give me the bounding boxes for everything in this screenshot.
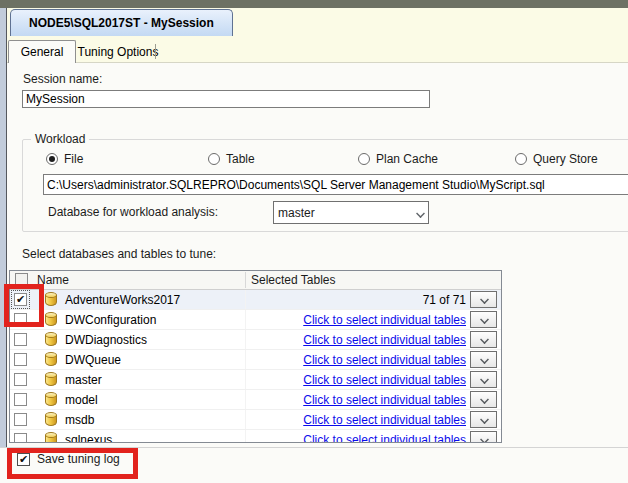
selected-tables-cell: Click to select individual tables [250,333,466,347]
workload-radio-plan-cache[interactable]: Plan Cache [358,152,438,166]
database-table-row[interactable]: AdventureWorks2017 71 of 71 [10,290,501,310]
database-analysis-combobox[interactable]: master [273,201,429,224]
chevron-down-icon [480,295,488,303]
database-table-row[interactable]: msdb Click to select individual tables [10,410,501,430]
database-row-checkbox[interactable] [14,433,27,442]
database-icon [45,292,58,307]
window-left-edge [0,8,7,447]
session-name-label: Session name: [23,72,102,86]
row-dropdown-button[interactable] [470,431,497,442]
page-tab-bar: General Tuning Options [7,36,628,63]
database-table-row[interactable]: DWConfiguration Click to select individu… [10,310,501,330]
database-name: AdventureWorks2017 [65,293,180,307]
chevron-down-icon [480,415,488,423]
database-table-body: AdventureWorks2017 71 of 71 DWConfigurat… [10,290,501,442]
row-dropdown-button[interactable] [470,371,497,388]
database-row-checkbox[interactable] [14,313,27,326]
database-row-checkbox[interactable] [14,413,27,426]
chevron-down-icon [480,355,488,363]
database-table-row[interactable]: sqlnexus Click to select individual tabl… [10,430,501,442]
workload-group-label: Workload [31,132,89,146]
row-dropdown-button[interactable] [470,391,497,408]
tab-tuning-options[interactable]: Tuning Options [77,40,159,63]
select-individual-tables-link[interactable]: Click to select individual tables [303,413,466,427]
database-icon [45,412,58,427]
database-row-checkbox[interactable] [14,333,27,346]
selected-tables-cell: Click to select individual tables [250,393,466,407]
database-row-checkbox[interactable] [14,373,27,386]
database-name: model [65,393,98,407]
window-top-edge [0,0,628,8]
save-tuning-log-checkbox[interactable] [17,453,30,466]
database-analysis-label: Database for workload analysis: [48,205,218,219]
radio-button-icon [46,153,58,165]
database-table: Name Selected Tables AdventureWorks2017 … [9,270,502,443]
chevron-down-icon [480,375,488,383]
column-header-name: Name [37,273,69,287]
select-all-checkbox[interactable] [15,273,28,286]
select-individual-tables-link[interactable]: Click to select individual tables [303,333,466,347]
select-individual-tables-link[interactable]: Click to select individual tables [303,393,466,407]
database-row-checkbox[interactable] [14,393,27,406]
database-name: DWConfiguration [65,313,156,327]
radio-button-icon [358,153,370,165]
workload-group: Workload File Table Plan Cache Query Sto… [22,139,628,232]
selected-tables-cell: Click to select individual tables [250,413,466,427]
tab-tuning-options-label: Tuning Options [78,45,159,59]
chevron-down-icon [480,435,488,443]
database-icon [45,432,58,442]
tab-general-label: General [21,45,64,59]
database-row-checkbox[interactable] [14,293,27,306]
database-table-row[interactable]: DWQueue Click to select individual table… [10,350,501,370]
database-table-row[interactable]: DWDiagnostics Click to select individual… [10,330,501,350]
column-header-selected-tables: Selected Tables [251,273,336,287]
database-table-row[interactable]: master Click to select individual tables [10,370,501,390]
select-individual-tables-link[interactable]: Click to select individual tables [303,433,466,442]
dta-session-window: NODE5\SQL2017ST - MySession General Tuni… [0,0,628,483]
database-name: DWDiagnostics [65,333,147,347]
row-dropdown-button[interactable] [470,291,497,308]
select-individual-tables-link[interactable]: Click to select individual tables [303,373,466,387]
document-tab-bar: NODE5\SQL2017ST - MySession [7,8,628,36]
database-analysis-value: master [278,206,416,220]
workload-radio-table[interactable]: Table [208,152,255,166]
selected-tables-cell: Click to select individual tables [250,373,466,387]
row-dropdown-button[interactable] [470,411,497,428]
selected-tables-cell: Click to select individual tables [250,353,466,367]
database-icon [45,392,58,407]
chevron-down-icon [480,395,488,403]
save-tuning-log-label: Save tuning log [37,452,120,466]
row-dropdown-button[interactable] [470,311,497,328]
save-tuning-log-row: Save tuning log [17,452,120,466]
workload-file-path-input[interactable] [43,174,628,195]
general-tab-page: Session name: Workload File Table Plan C… [7,63,628,447]
bottom-divider [0,447,628,448]
database-table-row[interactable]: model Click to select individual tables [10,390,501,410]
session-name-input[interactable] [22,90,430,108]
select-individual-tables-link[interactable]: Click to select individual tables [303,353,466,367]
row-dropdown-button[interactable] [470,351,497,368]
database-name: master [65,373,102,387]
database-table-header: Name Selected Tables [10,271,501,290]
selected-tables-cell: 71 of 71 [250,293,466,307]
row-dropdown-button[interactable] [470,331,497,348]
database-icon [45,312,58,327]
session-document-tab-label: NODE5\SQL2017ST - MySession [29,16,214,30]
chevron-down-icon [480,335,488,343]
database-row-checkbox[interactable] [14,353,27,366]
database-name: DWQueue [65,353,121,367]
chevron-down-icon [480,315,488,323]
tab-general[interactable]: General [8,40,76,63]
database-name: sqlnexus [65,433,112,442]
database-icon [45,352,58,367]
selected-tables-cell: Click to select individual tables [250,433,466,442]
select-individual-tables-link[interactable]: Click to select individual tables [303,313,466,327]
workload-radio-query-store[interactable]: Query Store [515,152,598,166]
radio-button-icon [208,153,220,165]
workload-radio-file[interactable]: File [46,152,83,166]
selected-tables-cell: Click to select individual tables [250,313,466,327]
tab-separator [155,44,156,59]
chevron-down-icon [416,209,424,217]
session-document-tab[interactable]: NODE5\SQL2017ST - MySession [10,9,233,36]
database-icon [45,372,58,387]
